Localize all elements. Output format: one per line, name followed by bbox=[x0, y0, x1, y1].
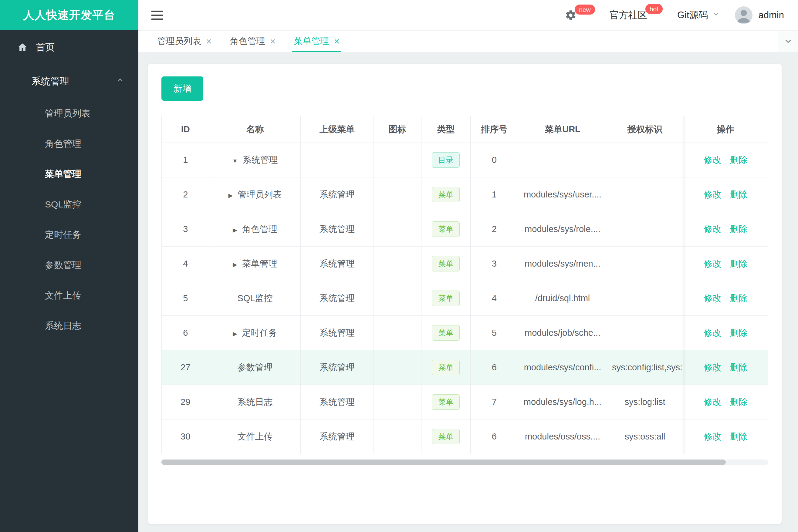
tab[interactable]: 菜单管理× bbox=[284, 31, 349, 52]
cell-actions: 修改删除 bbox=[683, 212, 768, 247]
tab-close-icon[interactable]: × bbox=[334, 36, 339, 46]
cell-parent-menu: 系统管理 bbox=[301, 350, 373, 385]
cell-type: 菜单 bbox=[422, 212, 470, 247]
cell-name: 系统日志 bbox=[209, 385, 301, 419]
caret-right-icon[interactable]: ▶ bbox=[233, 227, 237, 233]
table-row: 3▶角色管理系统管理菜单2modules/sys/role....修改删除 bbox=[162, 212, 768, 247]
cell-type: 菜单 bbox=[422, 419, 470, 454]
cell-auth bbox=[607, 143, 683, 177]
sidebar-item[interactable]: 管理员列表 bbox=[0, 98, 138, 129]
tab-close-icon[interactable]: × bbox=[206, 36, 212, 46]
type-badge: 菜单 bbox=[432, 290, 460, 306]
sidebar-item[interactable]: 定时任务 bbox=[0, 220, 138, 250]
caret-right-icon[interactable]: ▶ bbox=[228, 192, 233, 199]
tab-label: 菜单管理 bbox=[294, 35, 329, 47]
column-header: 名称 bbox=[209, 116, 301, 143]
cell-actions: 修改删除 bbox=[683, 350, 768, 385]
cell-url: modules/job/sche... bbox=[518, 316, 607, 350]
tab[interactable]: 角色管理× bbox=[221, 31, 285, 52]
caret-down-icon[interactable]: ▼ bbox=[232, 158, 238, 164]
cell-actions: 修改删除 bbox=[683, 419, 768, 454]
delete-link[interactable]: 删除 bbox=[730, 362, 747, 372]
cell-icon bbox=[373, 281, 421, 316]
cell-sort: 0 bbox=[470, 143, 518, 177]
edit-link[interactable]: 修改 bbox=[704, 328, 721, 338]
edit-link[interactable]: 修改 bbox=[704, 397, 721, 407]
community-label: 官方社区 bbox=[610, 9, 647, 21]
menu-name-label: 参数管理 bbox=[237, 362, 273, 372]
menu-name-label: 管理员列表 bbox=[238, 190, 282, 199]
delete-link[interactable]: 删除 bbox=[730, 259, 747, 268]
edit-link[interactable]: 修改 bbox=[704, 259, 721, 268]
edit-link[interactable]: 修改 bbox=[704, 155, 721, 165]
cell-auth: sys:log:list bbox=[607, 385, 683, 419]
cell-sort: 3 bbox=[470, 247, 518, 281]
sidebar-item[interactable]: 系统日志 bbox=[0, 310, 138, 341]
sidebar-item[interactable]: 参数管理 bbox=[0, 250, 138, 280]
sidebar-home-label: 首页 bbox=[36, 41, 55, 54]
horizontal-scrollbar-thumb[interactable] bbox=[162, 459, 726, 465]
cell-sort: 1 bbox=[470, 177, 518, 212]
column-header: 菜单URL bbox=[518, 116, 607, 143]
caret-right-icon[interactable]: ▶ bbox=[233, 330, 237, 337]
user-menu[interactable]: admin bbox=[735, 6, 784, 24]
delete-link[interactable]: 删除 bbox=[730, 328, 747, 338]
caret-right-icon[interactable]: ▶ bbox=[233, 262, 237, 268]
edit-link[interactable]: 修改 bbox=[704, 362, 721, 372]
edit-link[interactable]: 修改 bbox=[704, 190, 721, 199]
community-link[interactable]: 官方社区 hot bbox=[610, 9, 663, 21]
cell-parent-menu: 系统管理 bbox=[301, 316, 373, 350]
brand-title: 人人快速开发平台 bbox=[0, 0, 138, 30]
add-button[interactable]: 新增 bbox=[162, 76, 203, 101]
delete-link[interactable]: 删除 bbox=[730, 397, 747, 407]
delete-link[interactable]: 删除 bbox=[730, 224, 747, 234]
cell-sort: 6 bbox=[470, 350, 518, 385]
delete-link[interactable]: 删除 bbox=[730, 432, 747, 441]
tab[interactable]: 管理员列表× bbox=[148, 31, 221, 52]
tabs-dropdown-button[interactable] bbox=[778, 31, 798, 52]
edit-link[interactable]: 修改 bbox=[704, 432, 721, 441]
cell-auth bbox=[607, 212, 683, 247]
username-label: admin bbox=[759, 10, 784, 21]
sidebar-group-system[interactable]: 系统管理 bbox=[0, 64, 138, 98]
topbar: new 官方社区 hot Git源码 admin bbox=[138, 0, 798, 30]
cell-type: 菜单 bbox=[422, 281, 470, 316]
sidebar-item[interactable]: 文件上传 bbox=[0, 280, 138, 310]
sidebar-item[interactable]: 菜单管理 bbox=[0, 159, 138, 189]
sidebar-item[interactable]: SQL监控 bbox=[0, 189, 138, 220]
cell-parent-menu bbox=[301, 143, 373, 177]
cell-name: 参数管理 bbox=[209, 350, 301, 385]
cell-type: 菜单 bbox=[422, 316, 470, 350]
delete-link[interactable]: 删除 bbox=[730, 155, 747, 165]
cell-actions: 修改删除 bbox=[683, 247, 768, 281]
tab-close-icon[interactable]: × bbox=[270, 36, 276, 46]
cell-id: 29 bbox=[162, 385, 209, 419]
content: 新增 ID名称上级菜单图标类型排序号菜单URL授权标识操作 1▼系统管理目录0修… bbox=[138, 52, 798, 532]
git-source-label: Git源码 bbox=[677, 9, 708, 21]
cell-auth: sys:oss:all bbox=[607, 419, 683, 454]
sidebar-item[interactable]: 角色管理 bbox=[0, 129, 138, 159]
table-row: 4▶菜单管理系统管理菜单3modules/sys/men...修改删除 bbox=[162, 247, 768, 281]
git-source-link[interactable]: Git源码 bbox=[677, 9, 720, 21]
avatar bbox=[735, 6, 753, 24]
cell-type: 菜单 bbox=[422, 247, 470, 281]
menu-name-label: 菜单管理 bbox=[242, 259, 277, 268]
menu-toggle-icon[interactable] bbox=[151, 11, 163, 20]
settings-button[interactable]: new bbox=[565, 10, 595, 21]
tabbar: 管理员列表×角色管理×菜单管理× bbox=[138, 30, 798, 52]
column-header: 操作 bbox=[683, 116, 768, 143]
delete-link[interactable]: 删除 bbox=[730, 190, 747, 199]
sidebar-item-home[interactable]: 首页 bbox=[0, 30, 138, 64]
column-header: 排序号 bbox=[470, 116, 518, 143]
table-row: 2▶管理员列表系统管理菜单1modules/sys/user....修改删除 bbox=[162, 177, 768, 212]
cell-icon bbox=[373, 385, 421, 419]
cell-sort: 7 bbox=[470, 385, 518, 419]
column-header: 类型 bbox=[422, 116, 470, 143]
edit-link[interactable]: 修改 bbox=[704, 293, 721, 303]
cell-sort: 5 bbox=[470, 316, 518, 350]
cell-auth bbox=[607, 177, 683, 212]
cell-parent-menu: 系统管理 bbox=[301, 419, 373, 454]
edit-link[interactable]: 修改 bbox=[704, 224, 721, 234]
cell-type: 目录 bbox=[422, 143, 470, 177]
delete-link[interactable]: 删除 bbox=[730, 293, 747, 303]
